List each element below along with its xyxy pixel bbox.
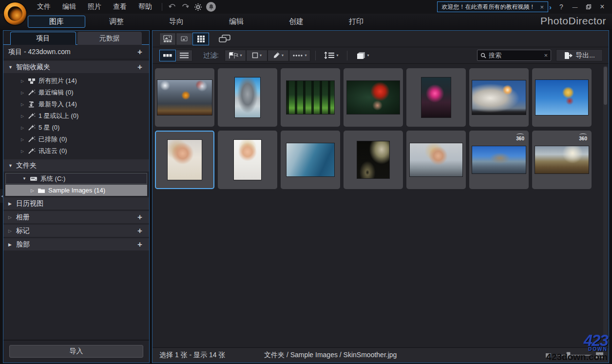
menu-item[interactable]: 照片 — [82, 0, 107, 14]
photo-card-forest-moss[interactable] — [281, 68, 340, 127]
sidebar-tree-item[interactable]: ▷所有照片 (14) — [3, 75, 149, 87]
photo-thumbnail-woman-leaning-portrait[interactable] — [409, 143, 463, 177]
bell-icon[interactable] — [206, 2, 216, 12]
flags-filter-icon[interactable]: ▾ — [225, 50, 246, 61]
export-button[interactable]: 导出... — [556, 49, 603, 61]
sidebar-section-日历视图[interactable]: ▶日历视图 — [3, 197, 149, 210]
sidebar-tree-item[interactable]: ▷最新导入 (14) — [3, 98, 149, 110]
add-button[interactable]: + — [135, 240, 144, 249]
module-tab-4[interactable]: 编辑 — [208, 16, 265, 28]
photo-card-woman-leaning-portrait[interactable] — [406, 131, 466, 189]
add-button[interactable]: + — [135, 226, 144, 236]
photo-thumbnail-skateboarder-jump[interactable] — [535, 79, 589, 115]
photo-thumbnail-woman-laughing-portrait[interactable] — [233, 139, 262, 180]
grid-view-button[interactable] — [192, 33, 209, 45]
sidebar-section-相册[interactable]: ▷相册+ — [3, 211, 149, 223]
add-button[interactable]: + — [135, 212, 144, 222]
photo-thumbnail-forest-moss[interactable] — [286, 80, 335, 115]
photo-thumbnail-rock-island-boat[interactable] — [234, 77, 261, 118]
stack-icon[interactable]: ▾ — [352, 50, 374, 61]
photo-card-woman-smiling-portrait[interactable] — [155, 131, 214, 189]
photo-card-skateboarder-jump[interactable] — [532, 68, 592, 127]
add-smart-collection-button[interactable]: + — [135, 62, 144, 72]
thumbnail-size-slider[interactable] — [555, 355, 592, 356]
single-view-button[interactable] — [176, 33, 192, 45]
sidebar-tree-item[interactable]: ▷最近编辑 (0) — [3, 87, 149, 98]
expand-arrow-icon[interactable]: ▷ — [8, 229, 16, 233]
expand-arrow-icon[interactable]: ▷ — [21, 91, 28, 95]
expand-arrow-icon[interactable]: ▶ — [8, 242, 16, 247]
rating-filter-icon[interactable]: ▾ — [289, 50, 310, 61]
expand-arrow-icon[interactable]: ▼ — [22, 176, 30, 181]
photo-card-pano-360-cliff[interactable]: 360 — [469, 131, 529, 189]
photo-card-pano-360-canyon[interactable]: 360 — [532, 131, 592, 189]
redo-icon[interactable] — [179, 1, 191, 12]
photo-thumbnail-neon-storefront[interactable] — [421, 77, 451, 118]
menu-item[interactable]: 文件 — [31, 0, 57, 14]
folders-section[interactable]: ▼ 文件夹 — [3, 159, 149, 172]
help-button[interactable]: ? — [555, 2, 567, 12]
import-button[interactable]: 导入 — [9, 345, 143, 358]
photo-card-dark-window-light[interactable] — [344, 131, 403, 189]
photo-thumbnail-red-maple-leaf[interactable] — [346, 80, 400, 115]
folder-row-sample-images[interactable]: ▷ Sample Images (14) — [5, 185, 147, 196]
module-tab-5[interactable]: 创建 — [268, 16, 325, 28]
photo-thumbnail-dark-window-light[interactable] — [357, 141, 390, 179]
expand-arrow-icon[interactable]: ▼ — [8, 163, 16, 168]
module-tab-6[interactable]: 打印 — [327, 16, 385, 28]
viewer-view-button[interactable] — [159, 33, 176, 45]
expand-arrow-icon[interactable]: ▷ — [8, 215, 16, 220]
undo-icon[interactable] — [166, 1, 179, 12]
photo-thumbnail-pano-360-cliff[interactable] — [472, 146, 526, 174]
expand-arrow-icon[interactable]: ▼ — [8, 65, 16, 70]
restore-icon[interactable] — [583, 2, 594, 12]
sidebar-tab[interactable]: 项目 — [10, 32, 76, 45]
photo-thumbnail-woman-smiling-portrait[interactable] — [167, 139, 202, 180]
expand-arrow-icon[interactable]: ▷ — [31, 188, 38, 193]
sidebar-tree-item[interactable]: ▷讯连云 (0) — [3, 145, 149, 157]
minimize-button[interactable]: — — [569, 2, 581, 12]
photo-card-basketball-dunk[interactable] — [155, 68, 214, 127]
small-thumb-icon[interactable] — [545, 353, 552, 358]
photo-card-red-maple-leaf[interactable] — [344, 68, 403, 127]
slider-handle[interactable] — [566, 352, 571, 359]
drive-row-system-c[interactable]: ▼ 系统 (C:) — [5, 173, 147, 184]
sidebar-tree-item[interactable]: ▷1 星或以上 (0) — [3, 110, 149, 122]
edited-filter-icon[interactable]: ▾ — [268, 50, 289, 61]
photo-card-neon-storefront[interactable] — [406, 68, 466, 127]
smart-collection-section[interactable]: ▼ 智能收藏夹 + — [3, 61, 149, 73]
module-tab-3[interactable]: 导向 — [148, 16, 205, 28]
module-tab-1[interactable]: 图库 — [28, 16, 85, 28]
sort-icon[interactable]: ▾ — [321, 50, 342, 61]
photo-thumbnail-ocean-wave[interactable] — [286, 143, 335, 177]
menu-item[interactable]: 查看 — [107, 0, 133, 14]
add-project-button[interactable]: + — [135, 47, 144, 57]
expand-arrow-icon[interactable]: ▷ — [21, 126, 28, 130]
gear-icon[interactable] — [191, 1, 204, 12]
expand-arrow-icon[interactable]: ▷ — [21, 114, 28, 118]
photo-thumbnail-basketball-dunk[interactable] — [157, 79, 212, 115]
expand-arrow-icon[interactable]: ▷ — [21, 149, 28, 153]
photo-thumbnail-pano-360-canyon[interactable] — [535, 146, 589, 174]
menu-item[interactable]: 帮助 — [133, 0, 158, 14]
label-filter-icon[interactable]: ▾ — [246, 50, 268, 61]
vertical-scrollbar[interactable] — [603, 66, 608, 346]
search-clear-icon[interactable]: × — [544, 52, 548, 59]
photo-card-ocean-wave[interactable] — [281, 131, 340, 189]
scrollbar-thumb[interactable] — [604, 67, 607, 105]
sidebar-section-脸部[interactable]: ▶脸部+ — [3, 238, 149, 250]
photo-card-woman-laughing-portrait[interactable] — [218, 131, 277, 189]
sidebar-section-标记[interactable]: ▷标记+ — [3, 225, 149, 237]
dual-display-icon[interactable] — [217, 34, 232, 44]
expand-arrow-icon[interactable]: ▶ — [8, 201, 16, 206]
tooltip-close-icon[interactable]: × — [540, 3, 544, 11]
list-icon[interactable] — [176, 50, 192, 61]
photo-thumbnail-rocket-launch[interactable] — [472, 80, 526, 115]
expand-arrow-icon[interactable]: ▷ — [21, 102, 28, 107]
sidebar-tab[interactable]: 元数据 — [77, 32, 142, 45]
photo-card-rock-island-boat[interactable] — [218, 68, 277, 127]
menu-item[interactable]: 编辑 — [57, 0, 82, 14]
close-button[interactable]: × — [596, 2, 608, 12]
sidebar-tree-item[interactable]: ▷已排除 (0) — [3, 134, 149, 145]
search-input[interactable] — [489, 52, 544, 59]
